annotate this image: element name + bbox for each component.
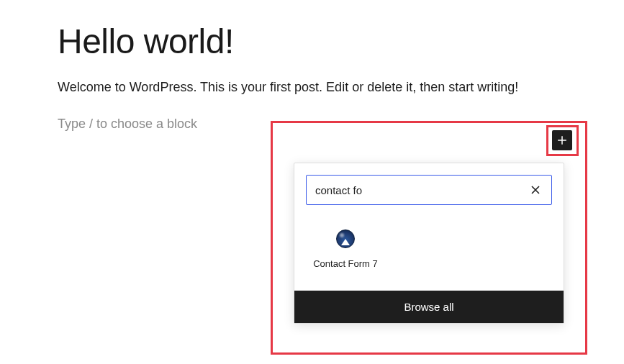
- post-title[interactable]: Hello world!: [58, 22, 566, 61]
- post-body[interactable]: Welcome to WordPress. This is your first…: [58, 78, 566, 96]
- block-search-field[interactable]: [306, 175, 552, 205]
- block-placeholder[interactable]: Type / to choose a block: [58, 117, 197, 132]
- plus-icon: [555, 133, 569, 147]
- block-item-label: Contact Form 7: [309, 258, 382, 269]
- block-search-input[interactable]: [315, 184, 528, 196]
- block-results: Contact Form 7: [294, 217, 564, 291]
- close-icon: [530, 185, 541, 195]
- contact-form-7-icon: [336, 229, 355, 248]
- block-inserter-popover: Contact Form 7 Browse all: [294, 163, 564, 324]
- clear-search-button[interactable]: [528, 183, 543, 197]
- add-block-button[interactable]: [552, 130, 572, 150]
- block-item-contact-form-7[interactable]: Contact Form 7: [306, 224, 385, 275]
- browse-all-button[interactable]: Browse all: [294, 291, 564, 323]
